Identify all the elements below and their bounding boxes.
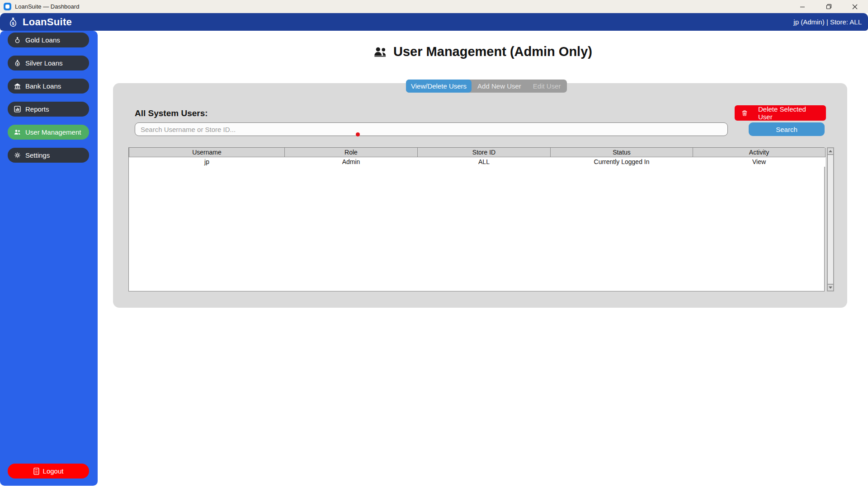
column-header-store-id[interactable]: Store ID [418, 148, 551, 157]
tab-view-delete-users[interactable]: View/Delete Users [406, 80, 472, 93]
gear-icon [14, 151, 21, 159]
sidebar-item-user-management[interactable]: User Management [8, 125, 89, 140]
bar-chart-icon [14, 105, 21, 113]
search-button[interactable]: Search [749, 122, 825, 136]
trash-icon [741, 109, 748, 117]
door-icon [33, 468, 39, 475]
app-header: $ LoanSuite jp (Admin) | Store: ALL [0, 13, 868, 31]
table-header-row: Username Role Store ID Status Activity [129, 148, 826, 157]
column-header-role[interactable]: Role [285, 148, 418, 157]
app-icon [4, 3, 11, 10]
page-title-text: User Management (Admin Only) [393, 44, 592, 59]
money-bag-icon: $ [7, 16, 19, 28]
delete-button-label: Delete Selected User [758, 105, 820, 121]
window-title: LoanSuite — Dashboard [15, 3, 79, 10]
sidebar: Gold Loans $ Silver Loans Bank Loans [0, 31, 98, 486]
sidebar-item-reports[interactable]: Reports [8, 102, 89, 117]
brand: $ LoanSuite [7, 16, 72, 28]
search-button-label: Search [776, 126, 797, 133]
scrollbar-thumb[interactable] [827, 155, 834, 284]
column-header-activity[interactable]: Activity [693, 148, 826, 157]
sidebar-item-label: User Management [25, 128, 81, 136]
sidebar-item-label: Reports [25, 105, 49, 113]
sidebar-item-silver-loans[interactable]: $ Silver Loans [8, 56, 89, 70]
cell-status: Currently Logged In [551, 157, 693, 167]
table-row[interactable]: jp Admin ALL Currently Logged In View [129, 157, 826, 167]
svg-text:$: $ [12, 20, 14, 25]
close-icon[interactable] [842, 0, 868, 13]
page-title: User Management (Admin Only) [98, 44, 868, 59]
sidebar-item-bank-loans[interactable]: Bank Loans [8, 79, 89, 94]
sidebar-item-label: Bank Loans [25, 82, 61, 90]
users-icon [14, 128, 21, 136]
sidebar-item-gold-loans[interactable]: Gold Loans [8, 33, 89, 47]
users-table: Username Role Store ID Status Activity j… [128, 147, 825, 291]
delete-selected-user-button[interactable]: Delete Selected User [735, 105, 826, 121]
logout-label: Logout [43, 467, 64, 475]
column-header-username[interactable]: Username [129, 148, 285, 157]
column-header-status[interactable]: Status [551, 148, 693, 157]
tab-edit-user[interactable]: Edit User [527, 80, 567, 93]
sidebar-item-label: Gold Loans [25, 36, 60, 44]
window-titlebar: LoanSuite — Dashboard [0, 0, 868, 13]
tab-bar: View/Delete Users Add New User Edit User [406, 80, 567, 93]
money-bag-icon: $ [14, 59, 21, 67]
svg-text:$: $ [17, 62, 19, 66]
ring-icon [14, 36, 21, 44]
cell-role: Admin [285, 157, 418, 167]
minimize-icon[interactable] [789, 0, 816, 13]
table-scrollbar[interactable] [827, 147, 834, 291]
user-store-info: jp (Admin) | Store: ALL [793, 18, 862, 26]
tab-add-new-user[interactable]: Add New User [472, 80, 527, 93]
cell-username: jp [129, 157, 285, 167]
section-label: All System Users: [135, 108, 208, 118]
search-input[interactable] [135, 122, 728, 136]
sidebar-item-label: Settings [25, 151, 50, 159]
cell-activity: View [693, 157, 826, 167]
maximize-icon[interactable] [816, 0, 842, 13]
cell-store-id: ALL [418, 157, 551, 167]
scroll-down-icon[interactable] [827, 284, 834, 291]
bank-icon [14, 82, 21, 90]
sidebar-item-settings[interactable]: Settings [8, 148, 89, 163]
scroll-up-icon[interactable] [827, 148, 834, 155]
users-icon [373, 46, 388, 58]
red-dot-indicator [356, 132, 360, 136]
window-controls [789, 0, 868, 13]
brand-name: LoanSuite [23, 16, 72, 28]
logout-button[interactable]: Logout [8, 464, 89, 479]
sidebar-item-label: Silver Loans [25, 59, 63, 67]
